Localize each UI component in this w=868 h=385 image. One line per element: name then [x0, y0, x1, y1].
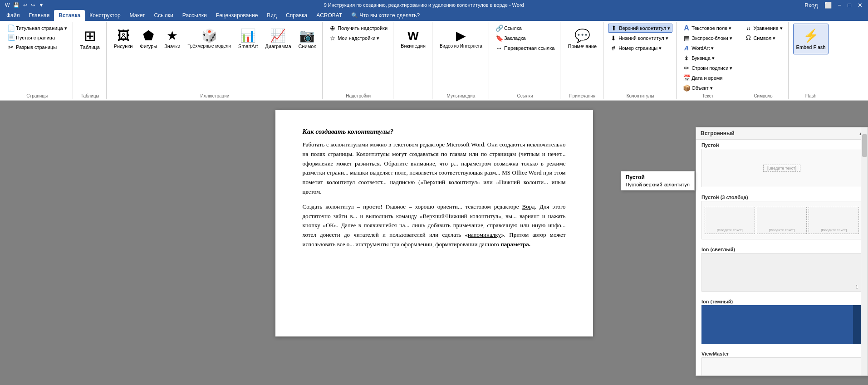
btn-bookmark[interactable]: 🔖 Закладка — [494, 34, 557, 43]
tab-view[interactable]: Вид — [262, 10, 281, 21]
chart-icon: 📈 — [270, 29, 286, 42]
btn-shapes[interactable]: ⬟ Фигуры — [137, 24, 160, 54]
crossref-icon: ↔ — [495, 44, 503, 52]
header-item-empty[interactable]: Пустой [Введите текст] — [696, 140, 868, 192]
tab-mailings[interactable]: Рассылки — [178, 10, 211, 21]
group-media-label: Мультимедиа — [446, 93, 475, 98]
login-btn[interactable]: Вход — [803, 2, 819, 9]
group-symbols: π Уравнение ▾ Ω Символ ▾ Символы — [739, 22, 788, 99]
ribbon-tabs: Файл Главная Вставка Конструктор Макет С… — [0, 10, 868, 21]
textbox-icon: A — [683, 24, 690, 32]
group-notes-label: Примечания — [569, 93, 595, 98]
btn-date-time[interactable]: 📅 Дата и время — [681, 73, 734, 83]
btn-my-addins[interactable]: ☆ Мои надстройки ▾ — [327, 34, 389, 43]
dropcap-icon: ↡ — [683, 54, 690, 62]
header-item-ion-dark[interactable]: Ion (темный) — [696, 296, 868, 348]
btn-header[interactable]: ⬆ Верхний колонтитул ▾ — [608, 24, 672, 33]
group-wikipedia: W Википедия — [394, 22, 432, 99]
btn-link[interactable]: 🔗 Ссылка — [494, 24, 557, 33]
equation-icon: π — [745, 24, 752, 32]
title-bar: W 💾 ↩ ↪ ▼ 9 Инструкция по созданию, реда… — [0, 0, 868, 10]
group-embed-flash: ⚡ Embed Flash Flash — [790, 22, 833, 99]
btn-wikipedia[interactable]: W Википедия — [398, 24, 428, 54]
tab-file[interactable]: Файл — [2, 10, 25, 21]
pictures-icon: 🖼 — [117, 29, 130, 42]
header-item-viewmaster[interactable]: ViewMaster [Заголовок документа] — [696, 348, 868, 375]
quick-parts-icon: ▤ — [683, 34, 690, 42]
screenshot-icon: 📷 — [299, 29, 315, 42]
tab-help[interactable]: Справка — [281, 10, 312, 21]
link-icon: 🔗 — [495, 24, 503, 32]
header-dropdown-scroll[interactable]: Пустой [Введите текст] Пустой (3 столбца… — [696, 140, 868, 375]
bookmark-icon: 🔖 — [495, 34, 503, 42]
group-tables: ⊞ Таблица Таблицы — [74, 22, 107, 99]
btn-wordart[interactable]: A WordArt ▾ — [681, 44, 734, 53]
header-icon: ⬆ — [610, 24, 618, 32]
btn-dropcap[interactable]: ↡ Буквица ▾ — [681, 54, 734, 63]
btn-page-break[interactable]: ✂ Разрыв страницы — [5, 43, 69, 52]
header-item-ion-light[interactable]: Ion (светлый) 1 — [696, 244, 868, 296]
btn-embed-flash[interactable]: ⚡ Embed Flash — [793, 24, 829, 54]
maximize-btn[interactable]: □ — [846, 2, 853, 9]
btn-object[interactable]: 📦 Объект ▾ — [681, 83, 734, 93]
btn-equation[interactable]: π Уравнение ▾ — [743, 24, 784, 33]
btn-textbox[interactable]: A Текстовое поле ▾ — [681, 24, 734, 33]
object-icon: 📦 — [683, 84, 690, 92]
btn-pictures[interactable]: 🖼 Рисунки — [111, 24, 136, 54]
tab-constructor[interactable]: Конструктор — [85, 10, 125, 21]
paragraph-2: Создать колонтитул – просто! Главное – х… — [303, 202, 566, 249]
btn-icons[interactable]: ★ Значки — [162, 24, 183, 54]
footer-icon: ⬇ — [610, 34, 617, 42]
page-break-icon: ✂ — [7, 44, 15, 51]
scrollbar-thumb — [862, 134, 867, 157]
btn-video[interactable]: ▶ Видео из Интернета — [437, 24, 485, 54]
btn-3d[interactable]: 🎲 Трёхмерные модели — [185, 24, 234, 54]
header-dropdown-top: Встроенный ▲ — [696, 127, 868, 140]
btn-table[interactable]: ⊞ Таблица — [78, 24, 103, 54]
btn-footer[interactable]: ⬇ Нижний колонтитул ▾ — [608, 34, 672, 43]
dropdown-scrollbar[interactable] — [861, 127, 868, 375]
window-controls: Вход ⬜ − □ ✕ — [803, 2, 864, 9]
minimize-btn[interactable]: − — [836, 2, 843, 9]
btn-crossref[interactable]: ↔ Перекрестная ссылка — [494, 44, 557, 53]
tab-acrobat[interactable]: ACROBAT — [312, 10, 347, 21]
redo-btn[interactable]: ↪ — [29, 2, 36, 9]
group-pages: 📄 Титульная страница ▾ 📃 Пустая страница… — [2, 22, 73, 99]
group-header-footer: ⬆ Верхний колонтитул ▾ ⬇ Нижний колонтит… — [604, 22, 677, 99]
btn-screenshot[interactable]: 📷 Снимок — [296, 24, 319, 54]
page-text: Как создавать колонтитулы? Работать с ко… — [303, 128, 566, 249]
btn-get-addins[interactable]: ⊕ Получить надстройки — [327, 24, 389, 33]
tab-search[interactable]: 🔍 Что вы хотите сделать? — [347, 10, 424, 21]
btn-symbol[interactable]: Ω Символ ▾ — [743, 34, 784, 43]
btn-smartart[interactable]: 📊 SmartArt — [235, 24, 260, 54]
btn-chart[interactable]: 📈 Диаграмма — [262, 24, 294, 54]
group-links-label: Ссылки — [517, 93, 533, 98]
btn-comment[interactable]: 💬 Примечание — [565, 24, 599, 54]
qat-more-btn[interactable]: ▼ — [37, 2, 45, 8]
btn-cover-page[interactable]: 📄 Титульная страница ▾ — [5, 24, 69, 33]
document-page: Как создавать колонтитулы? Работать с ко… — [275, 110, 593, 336]
close-btn[interactable]: ✕ — [856, 2, 864, 9]
window-title: 9 Инструкция по созданию, редактированию… — [45, 2, 803, 8]
embed-flash-icon: ⚡ — [803, 28, 819, 43]
btn-page-number[interactable]: # Номер страницы ▾ — [608, 44, 672, 53]
group-media: ▶ Видео из Интернета Мультимедиа — [433, 22, 489, 99]
3d-icon: 🎲 — [201, 29, 217, 42]
btn-quick-parts[interactable]: ▤ Экспресс-блоки ▾ — [681, 34, 734, 43]
tab-review[interactable]: Рецензирование — [211, 10, 263, 21]
layout-btn[interactable]: ⬜ — [823, 2, 834, 9]
btn-signature[interactable]: ✏ Строки подписи ▾ — [681, 63, 734, 73]
tab-insert[interactable]: Вставка — [54, 10, 85, 21]
group-illustrations: 🖼 Рисунки ⬟ Фигуры ★ Значки 🎲 Трёхмерные… — [108, 22, 323, 99]
tab-references[interactable]: Ссылки — [150, 10, 178, 21]
pages-buttons: 📄 Титульная страница ▾ 📃 Пустая страница… — [5, 24, 69, 52]
ribbon-content: 📄 Титульная страница ▾ 📃 Пустая страница… — [0, 21, 868, 101]
undo-btn[interactable]: ↩ — [22, 2, 29, 9]
header-item-3col[interactable]: Пустой (3 столбца) [Введите текст] [Введ… — [696, 192, 868, 244]
group-notes: 💬 Примечание Примечания — [561, 22, 603, 99]
save-btn[interactable]: 💾 — [12, 2, 21, 9]
tooltip-title: Пустой — [626, 174, 690, 180]
btn-blank-page[interactable]: 📃 Пустая страница — [5, 33, 69, 42]
tab-layout[interactable]: Макет — [125, 10, 150, 21]
tab-home[interactable]: Главная — [25, 10, 54, 21]
